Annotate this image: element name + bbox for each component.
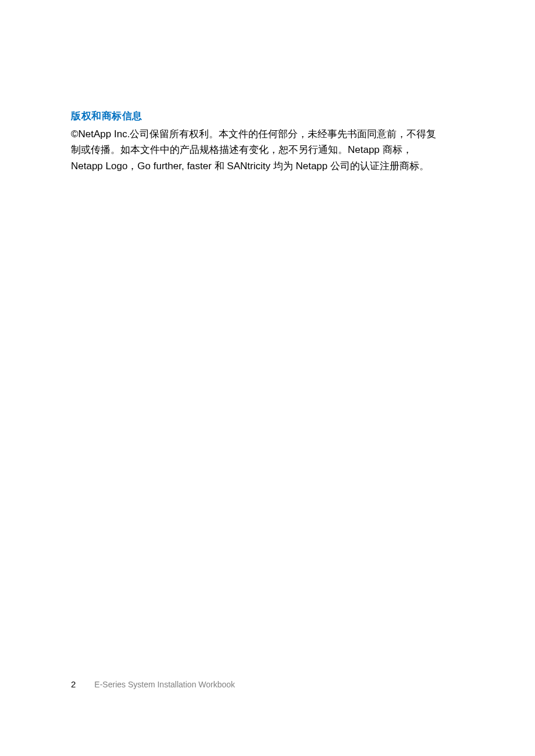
body-paragraph-line-2: 制或传播。如本文件中的产品规格描述有变化，恕不另行通知。Netapp 商标， <box>71 143 464 158</box>
section-heading: 版权和商标信息 <box>71 109 464 123</box>
body-paragraph-line-1: ©NetApp Inc.公司保留所有权利。本文件的任何部分，未经事先书面同意前，… <box>71 127 464 142</box>
page-number: 2 <box>71 679 76 689</box>
footer-title: E-Series System Installation Workbook <box>94 680 235 689</box>
document-page: 版权和商标信息 ©NetApp Inc.公司保留所有权利。本文件的任何部分，未经… <box>0 0 535 174</box>
page-footer: 2 E-Series System Installation Workbook <box>71 679 235 689</box>
body-paragraph-line-3: Netapp Logo，Go further, faster 和 SANtric… <box>71 159 464 174</box>
